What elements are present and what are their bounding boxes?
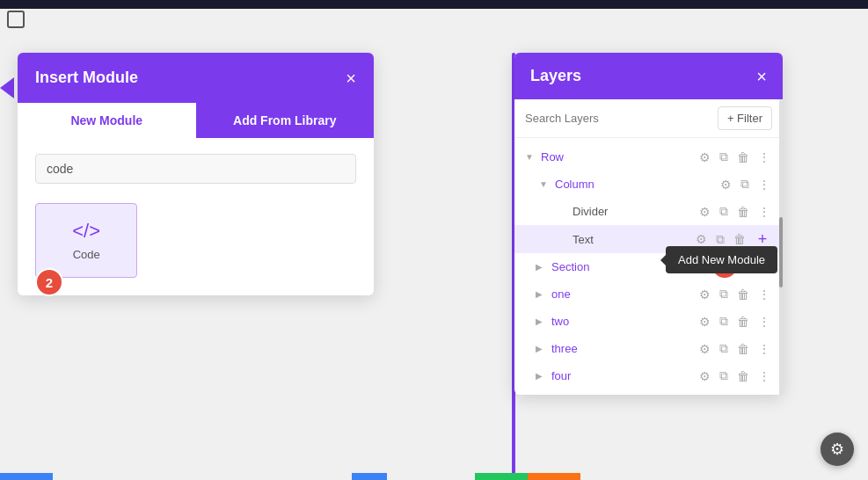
diamond-arrow xyxy=(0,77,14,98)
layers-scrollbar[interactable] xyxy=(779,99,783,395)
layer-actions-two: ⚙ ⧉ 🗑 ⋮ xyxy=(697,312,772,331)
more-icon-one[interactable]: ⋮ xyxy=(756,286,772,303)
panel-header: Insert Module × xyxy=(18,53,374,103)
copy-icon-row[interactable]: ⧉ xyxy=(718,148,730,166)
layers-scrollbar-thumb xyxy=(779,217,783,287)
layers-close-button[interactable]: × xyxy=(756,68,767,85)
gear-icon: ⚙ xyxy=(830,440,844,459)
layer-name-row: Row xyxy=(541,150,697,164)
toggle-one: ▶ xyxy=(536,288,548,301)
layer-row-two[interactable]: ▶ two ⚙ ⧉ 🗑 ⋮ xyxy=(514,308,783,335)
module-search-input[interactable] xyxy=(35,154,356,184)
layer-actions-one: ⚙ ⧉ 🗑 ⋮ xyxy=(697,285,772,303)
settings-icon-four[interactable]: ⚙ xyxy=(697,367,712,385)
more-icon-divider[interactable]: ⋮ xyxy=(756,203,772,221)
settings-icon-one[interactable]: ⚙ xyxy=(697,286,712,303)
layer-name-divider: Divider xyxy=(573,205,697,218)
delete-icon-text[interactable]: 🗑 xyxy=(732,230,748,248)
layer-actions-row: ⚙ ⧉ 🗑 ⋮ xyxy=(697,148,772,166)
tab-new-module[interactable]: New Module xyxy=(18,103,196,138)
copy-icon-column[interactable]: ⧉ xyxy=(739,175,751,193)
layer-name-column: Column xyxy=(555,178,718,191)
layers-header: Layers × xyxy=(514,53,783,99)
bottom-indicators xyxy=(0,464,868,480)
copy-icon-three[interactable]: ⧉ xyxy=(718,339,730,358)
layers-panel: Layers × + Filter ▼ Row ⚙ ⧉ 🗑 ⋮ ▼ xyxy=(514,53,783,395)
layer-row-four[interactable]: ▶ four ⚙ ⧉ 🗑 ⋮ xyxy=(514,362,783,389)
delete-icon-four[interactable]: 🗑 xyxy=(735,367,751,385)
search-container xyxy=(18,138,374,194)
step-badge-2: 2 xyxy=(35,268,63,296)
layer-row-one[interactable]: ▶ one ⚙ ⧉ 🗑 ⋮ xyxy=(514,280,783,308)
gear-fab-button[interactable]: ⚙ xyxy=(821,433,854,466)
layer-row-column[interactable]: ▼ Column ⚙ ⧉ ⋮ xyxy=(514,171,783,198)
top-bar xyxy=(0,0,868,9)
settings-icon-divider[interactable]: ⚙ xyxy=(697,203,712,221)
tab-add-from-library[interactable]: Add From Library xyxy=(196,103,375,138)
toggle-two: ▶ xyxy=(536,316,548,328)
more-icon-three[interactable]: ⋮ xyxy=(756,340,772,358)
insert-module-close-button[interactable]: × xyxy=(346,69,356,87)
delete-icon-two[interactable]: 🗑 xyxy=(735,313,751,331)
settings-icon-three[interactable]: ⚙ xyxy=(697,340,712,358)
filter-button[interactable]: + Filter xyxy=(718,106,772,130)
layer-name-text: Text xyxy=(573,233,694,246)
layers-search-input[interactable] xyxy=(525,112,711,125)
delete-icon-row[interactable]: 🗑 xyxy=(735,149,751,166)
layer-name-four: four xyxy=(551,369,697,382)
settings-icon-two[interactable]: ⚙ xyxy=(697,313,712,331)
bottom-bar-blue-1 xyxy=(0,473,53,480)
copy-icon-divider[interactable]: ⧉ xyxy=(718,202,730,221)
layer-row-three[interactable]: ▶ three ⚙ ⧉ 🗑 ⋮ xyxy=(514,335,783,362)
layers-title: Layers xyxy=(530,67,581,85)
more-icon-four[interactable]: ⋮ xyxy=(756,367,772,385)
more-icon-column[interactable]: ⋮ xyxy=(756,176,772,193)
layer-name-two: two xyxy=(551,315,697,328)
toggle-divider xyxy=(557,206,569,218)
bottom-bar-blue-2 xyxy=(352,473,387,480)
module-item-code[interactable]: </> Code xyxy=(35,203,137,278)
toggle-three: ▶ xyxy=(536,343,548,355)
toggle-four: ▶ xyxy=(536,370,548,382)
layer-name-one: one xyxy=(551,287,697,301)
toggle-section: ▶ xyxy=(536,261,548,273)
settings-icon-row[interactable]: ⚙ xyxy=(697,149,712,166)
add-new-module-tooltip: Add New Module xyxy=(666,246,777,273)
toggle-text xyxy=(557,233,569,245)
layer-row-divider[interactable]: Divider ⚙ ⧉ 🗑 ⋮ xyxy=(514,198,783,225)
delete-icon-three[interactable]: 🗑 xyxy=(735,340,751,358)
settings-icon-text[interactable]: ⚙ xyxy=(694,230,709,248)
layers-search-bar: + Filter xyxy=(514,99,783,138)
bottom-bar-green xyxy=(475,473,528,480)
tooltip-label: Add New Module xyxy=(678,253,765,266)
delete-icon-divider[interactable]: 🗑 xyxy=(735,203,751,221)
layer-actions-four: ⚙ ⧉ 🗑 ⋮ xyxy=(697,367,772,385)
settings-icon-column[interactable]: ⚙ xyxy=(718,176,733,193)
layer-actions-three: ⚙ ⧉ 🗑 ⋮ xyxy=(697,339,772,358)
modules-grid: </> Code xyxy=(18,194,374,295)
copy-icon-one[interactable]: ⧉ xyxy=(718,285,730,303)
panel-title: Insert Module xyxy=(35,69,138,87)
panel-tabs: New Module Add From Library xyxy=(18,103,374,138)
more-icon-row[interactable]: ⋮ xyxy=(756,149,772,166)
copy-icon-four[interactable]: ⧉ xyxy=(718,367,730,385)
module-label-code: Code xyxy=(73,248,100,261)
bottom-bar-gap-2 xyxy=(387,473,475,480)
insert-module-panel: Insert Module × New Module Add From Libr… xyxy=(18,53,374,295)
toggle-column: ▼ xyxy=(539,178,551,191)
layer-actions-column: ⚙ ⧉ ⋮ xyxy=(718,175,772,193)
copy-icon-two[interactable]: ⧉ xyxy=(718,312,730,331)
layer-row-row[interactable]: ▼ Row ⚙ ⧉ 🗑 ⋮ xyxy=(514,143,783,171)
layer-actions-divider: ⚙ ⧉ 🗑 ⋮ xyxy=(697,202,772,221)
code-icon: </> xyxy=(72,220,100,243)
more-icon-two[interactable]: ⋮ xyxy=(756,313,772,331)
layer-name-three: three xyxy=(551,342,697,355)
bottom-bar-gap-1 xyxy=(53,473,352,480)
delete-icon-one[interactable]: 🗑 xyxy=(735,286,751,303)
toggle-row: ▼ xyxy=(525,151,537,164)
bottom-bar-orange xyxy=(528,473,580,480)
top-icon[interactable] xyxy=(7,11,25,28)
